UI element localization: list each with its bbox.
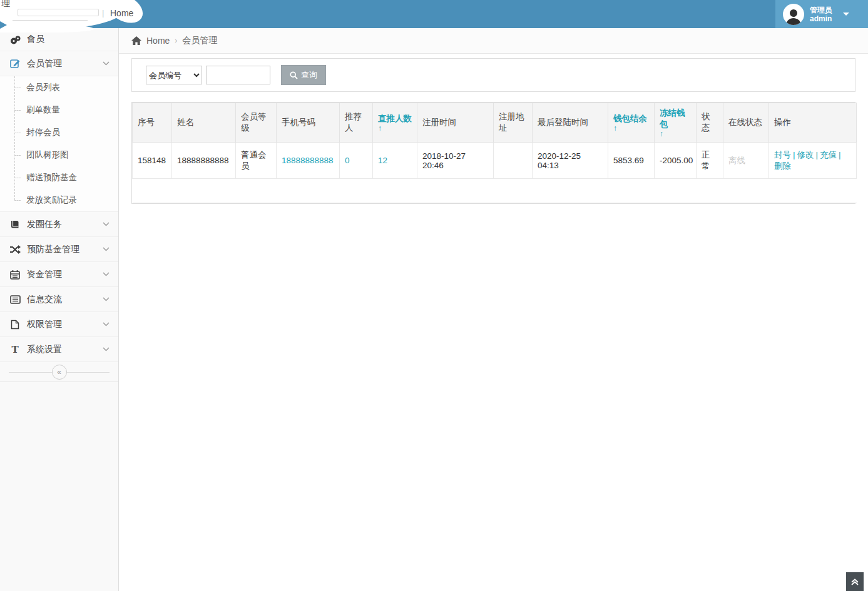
redaction-scribble [13,20,88,21]
col-seq: 序号 [133,103,172,143]
col-direct-count-sort[interactable]: 直推人数 ↑ [373,103,417,143]
sidebar-item-messages[interactable]: 信息交流 [0,287,118,312]
members-table: 序号 姓名 会员等级 手机号码 推荐人 直推人数 ↑ 注册时间 注册地址 最后登… [132,103,857,203]
breadcrumb-home[interactable]: Home [146,36,170,46]
sidebar-item-label: 会员管理 [27,58,62,69]
chevron-down-icon [103,247,110,251]
search-button[interactable]: 查询 [281,65,326,85]
chevron-down-icon [103,322,110,326]
tab-home[interactable]: Home [110,8,133,18]
sidebar-item-label: 信息交流 [27,294,62,305]
chevron-down-icon [103,61,110,66]
avatar [783,4,804,25]
main-content: Home › 会员管理 会员编号 查询 序号 [119,28,868,591]
cell-reg-time: 2018-10-27 20:46 [417,143,494,179]
sidebar: 會员 会员管理 会员列表 刷单数量 封停会员 团队树形图 赠送预防基金 发放奖励… [0,28,119,591]
caret-down-icon [843,13,849,16]
cell-direct-count-link[interactable]: 12 [378,156,387,165]
sort-up-icon: ↑ [660,130,691,138]
col-name: 姓名 [172,103,236,143]
sort-up-icon: ↑ [613,124,649,132]
dashboard-icon [9,35,21,44]
col-wallet-balance-sort[interactable]: 钱包结余 ↑ [608,103,655,143]
person-icon [784,8,803,25]
action-edit-link[interactable]: 修改 [797,150,814,159]
sidebar-collapse-button[interactable]: « [52,365,67,380]
chevrons-up-icon [850,577,859,586]
table-header-row: 序号 姓名 会员等级 手机号码 推荐人 直推人数 ↑ 注册时间 注册地址 最后登… [133,103,857,143]
sidebar-item-label: 资金管理 [27,269,62,280]
col-actions: 操作 [769,103,857,143]
chevron-down-icon [103,297,110,301]
sidebar-item-funds-management[interactable]: 资金管理 [0,262,118,287]
cell-seq: 158148 [133,143,172,179]
chevron-down-icon [103,347,110,351]
action-delete-link[interactable]: 删除 [774,161,791,171]
text-icon: T [9,344,21,355]
table-row: 158148 18888888888 普通会员 18888888888 0 12… [133,143,857,179]
search-button-label: 查询 [301,69,317,81]
cell-actions: 封号|修改|充值|删除 [769,143,857,179]
topbar: 理 | Home 管理员 admin [0,0,868,28]
corner-text-fragment: 理 [1,0,10,9]
sidebar-item-label: 预防基金管理 [27,244,79,255]
sidebar-subitem-reward-records[interactable]: 发放奖励记录 [0,189,118,211]
cell-last-login: 2020-12-25 04:13 [533,143,608,179]
search-field-select[interactable]: 会员编号 [146,66,202,84]
sidebar-subitem-member-list[interactable]: 会员列表 [0,76,118,99]
cell-wallet-balance: 5853.69 [608,143,655,179]
cell-name: 18888888888 [172,143,236,179]
sidebar-subitem-banned-members[interactable]: 封停会员 [0,121,118,144]
shuffle-icon [9,245,21,254]
cell-status: 正常 [697,143,723,179]
sidebar-item-label: 权限管理 [27,319,62,330]
cell-phone-link[interactable]: 18888888888 [282,156,334,165]
sidebar-item-permissions[interactable]: 权限管理 [0,312,118,337]
sidebar-subitem-team-tree[interactable]: 团队树形图 [0,144,118,166]
redaction-blue-mark [0,21,7,29]
col-level: 会员等级 [236,103,277,143]
search-icon [290,71,298,79]
sidebar-item-label: 會员 [27,34,44,45]
cell-frozen-wallet: -2005.00 [655,143,697,179]
search-panel: 会员编号 查询 [131,58,855,92]
home-icon [131,36,141,45]
search-input[interactable] [206,66,270,84]
admin-role: 管理员 [810,6,832,14]
sidebar-item-label: 发圈任务 [27,219,62,230]
sidebar-subitem-gift-fund[interactable]: 赠送预防基金 [0,166,118,189]
sidebar-item-post-tasks[interactable]: 发圈任务 [0,212,118,237]
cell-online-status: 离线 [728,156,745,165]
admin-menu[interactable]: 管理员 admin [775,0,868,28]
action-ban-link[interactable]: 封号 [774,150,791,159]
tab-separator: | [102,8,104,18]
book-icon [9,220,21,229]
cell-referrer-link[interactable]: 0 [345,156,350,165]
sidebar-collapse-row: « [0,362,118,382]
breadcrumb: Home › 会员管理 [119,28,868,54]
back-to-top-button[interactable] [846,572,864,591]
submenu-member-management: 会员列表 刷单数量 封停会员 团队树形图 赠送预防基金 发放奖励记录 [0,76,118,212]
col-status: 状态 [697,103,723,143]
newspaper-icon [9,295,21,304]
cell-reg-address [494,143,533,179]
members-table-panel: 序号 姓名 会员等级 手机号码 推荐人 直推人数 ↑ 注册时间 注册地址 最后登… [131,102,855,204]
breadcrumb-current: 会员管理 [182,35,217,46]
cell-level: 普通会员 [236,143,277,179]
file-icon [9,320,21,330]
col-last-login: 最后登陆时间 [533,103,608,143]
chevron-down-icon [103,272,110,276]
col-online-status: 在线状态 [723,103,769,143]
sidebar-item-member-management[interactable]: 会员管理 [0,51,118,76]
action-recharge-link[interactable]: 充值 [820,150,837,159]
col-phone: 手机号码 [277,103,340,143]
sidebar-subitem-order-count[interactable]: 刷单数量 [0,99,118,121]
redaction-blob [0,24,94,33]
sidebar-item-prevention-fund[interactable]: 预防基金管理 [0,237,118,262]
sort-up-icon: ↑ [378,124,412,132]
col-reg-address: 注册地址 [494,103,533,143]
redaction-scribble [18,9,99,16]
sidebar-item-system-settings[interactable]: T 系统设置 [0,337,118,362]
col-frozen-wallet-sort[interactable]: 冻结钱包 ↑ [655,103,697,143]
chevron-down-icon [103,222,110,226]
